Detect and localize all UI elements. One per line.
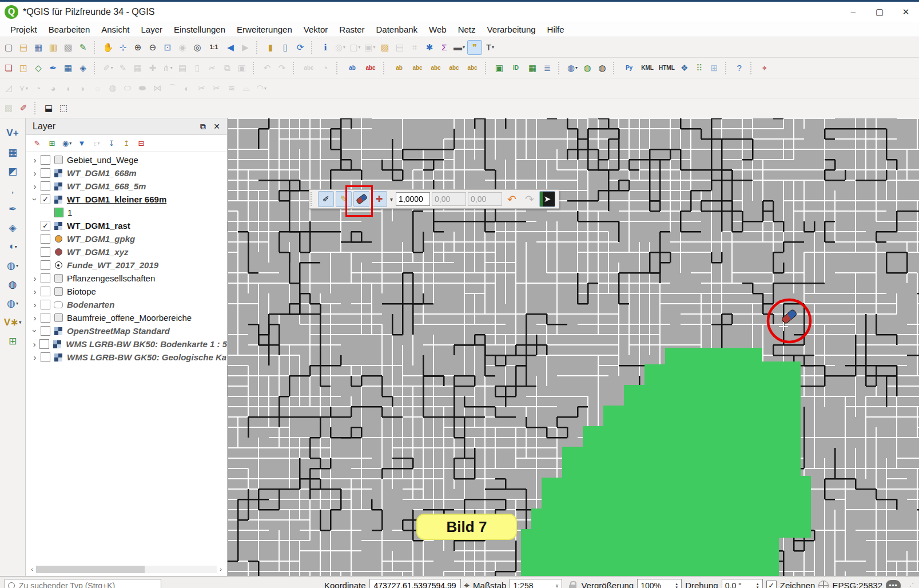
expander-icon[interactable]: › xyxy=(30,287,39,296)
menu-erweiterungen[interactable]: Erweiterungen xyxy=(231,23,298,36)
refresh-map-button[interactable]: ⟳ xyxy=(293,41,307,54)
delete-selected-button[interactable]: ▯ xyxy=(190,61,204,75)
db-style-plugin-button[interactable]: ▣ xyxy=(492,61,506,75)
zoom-native-resolution-button[interactable]: 1:1 xyxy=(205,41,222,54)
kml-tools-button[interactable]: KML xyxy=(639,61,656,75)
scroll-right-arrow[interactable]: › xyxy=(217,566,225,573)
locator-search[interactable] xyxy=(5,579,161,588)
expander-icon[interactable]: › xyxy=(30,168,39,178)
layer-visibility-checkbox[interactable] xyxy=(41,181,50,191)
show-spatial-bookmarks-button[interactable]: ▯ xyxy=(279,41,292,54)
add-mesh-layer-button[interactable]: ◩ xyxy=(6,164,19,178)
add-raster-layer-button[interactable]: ▦ xyxy=(6,145,19,159)
layer-label[interactable]: Funde_WT_2017_2019 xyxy=(67,260,158,270)
layer-tree-row[interactable]: Funde_WT_2017_2019 xyxy=(26,259,227,272)
panel-float-button[interactable]: ⧉ xyxy=(196,120,210,133)
new-virtual-layer-button[interactable]: ◈ xyxy=(76,61,90,75)
expander-icon[interactable]: › xyxy=(30,339,38,349)
expander-icon[interactable]: › xyxy=(30,352,39,362)
layer-label[interactable]: WT_DGM1_gpkg xyxy=(67,234,135,244)
add-vector-layer-button[interactable]: V+ xyxy=(4,126,21,140)
layer-visibility-checkbox[interactable] xyxy=(41,234,50,244)
layer-visibility-checkbox[interactable] xyxy=(41,247,50,257)
reshape-features-button[interactable]: ⌓ xyxy=(240,81,253,95)
zoom-to-layer-button[interactable]: ◎ xyxy=(190,41,204,54)
layer-tree-row[interactable]: 1 xyxy=(26,206,227,219)
layer-visibility-checkbox[interactable] xyxy=(41,287,50,296)
show-hide-labels-button[interactable]: ab xyxy=(391,61,408,75)
add-circular-string-button[interactable]: ⋎▾ xyxy=(17,81,30,95)
new-spatial-bookmark-button[interactable]: ▮ xyxy=(264,41,277,54)
layer-label[interactable]: Gebiet_und_Wege xyxy=(67,155,138,165)
rotate-feature-button[interactable]: ⬬ xyxy=(136,81,149,95)
scale-lock-icon[interactable] xyxy=(569,585,576,588)
extent-image-button[interactable]: ➤ xyxy=(539,191,555,207)
menu-hilfe[interactable]: Hilfe xyxy=(542,23,570,36)
expander-icon[interactable]: › xyxy=(30,327,40,336)
python-console-button[interactable]: Py xyxy=(620,61,638,75)
magnifier-spinbox[interactable]: 100%▲▼ xyxy=(637,579,682,588)
layer-visibility-checkbox[interactable] xyxy=(41,352,50,362)
dropdown-caret-icon[interactable]: ▾ xyxy=(343,45,345,50)
pan-to-selection-button[interactable]: ⊹ xyxy=(116,41,130,54)
deselect-features-button[interactable]: ▨ xyxy=(378,41,392,54)
dropdown-caret-icon[interactable]: ▾ xyxy=(69,141,71,146)
layer-tree-row[interactable]: ›Baumfreie_offene_Moorbereiche xyxy=(26,311,227,324)
layer-labeling-options-button[interactable]: abc xyxy=(300,61,317,75)
zoom-to-selection-button[interactable]: ◉ xyxy=(176,41,189,54)
band-dropdown-caret[interactable]: ▾ xyxy=(390,196,393,202)
menu-layer[interactable]: Layer xyxy=(135,23,168,36)
layout-manager-button[interactable]: ▧ xyxy=(61,41,75,54)
menu-web[interactable]: Web xyxy=(423,23,452,36)
delete-part-button[interactable]: ✂ xyxy=(210,81,224,95)
serval-map-plugin-button[interactable]: ▩ xyxy=(2,101,15,115)
remove-layer-button[interactable]: ⊟ xyxy=(135,137,148,149)
fill-ring-button[interactable]: ◐ xyxy=(180,81,194,95)
layer-tree-row[interactable]: ›Gebiet_und_Wege xyxy=(26,153,227,166)
search-input[interactable] xyxy=(18,581,158,588)
layer-visibility-checkbox[interactable]: ✓ xyxy=(41,194,50,204)
expander-icon[interactable]: › xyxy=(30,181,39,191)
modify-attributes-button[interactable]: ▤ xyxy=(176,61,189,75)
circle-3points-button[interactable]: ◕ xyxy=(46,81,60,95)
coordinate-input[interactable] xyxy=(373,581,457,588)
extent-tracking-icon[interactable]: ⌖ xyxy=(464,580,470,588)
add-ring-button[interactable]: ⌒ xyxy=(165,81,179,95)
style-manager-button[interactable]: ✎ xyxy=(76,41,90,54)
paste-features-button[interactable]: ▣ xyxy=(235,61,249,75)
pan-map-button[interactable]: ✋ xyxy=(101,41,115,54)
dropdown-caret-icon[interactable]: ▾ xyxy=(359,45,361,50)
layer-visibility-checkbox[interactable] xyxy=(39,339,49,349)
move-feature-button[interactable]: ⬭ xyxy=(121,81,134,95)
pin-labels-button[interactable]: ab xyxy=(344,61,361,75)
layer-tree-row[interactable]: WT_DGM1_xyz xyxy=(26,245,227,259)
rotation-spinbox[interactable]: 0,0 °▲▼ xyxy=(722,579,763,588)
layer-tree-row[interactable]: ›Bodenarten xyxy=(26,298,227,311)
circle-3tangents-button[interactable]: ◖ xyxy=(61,81,75,95)
layer-label[interactable]: WMS LGRB-BW GK50: Geologische Ka xyxy=(67,352,226,362)
minimize-button[interactable]: – xyxy=(840,2,866,22)
dropdown-caret-icon[interactable]: ▾ xyxy=(97,141,100,146)
image-export-plugin-button[interactable]: ▦ xyxy=(526,61,539,75)
advanced-digitizing-tools-button[interactable]: ◿ xyxy=(2,81,15,95)
layer-label[interactable]: Pflanzengesellschaften xyxy=(67,273,155,283)
statistical-summary-button[interactable]: Σ xyxy=(437,41,451,54)
processing-toolbox-button[interactable]: ✱ xyxy=(423,41,436,54)
menu-raster[interactable]: Raster xyxy=(333,23,370,36)
new-shapefile-layer-button[interactable]: ✒ xyxy=(46,61,60,75)
menu-bearbeiten[interactable]: Bearbeiten xyxy=(43,23,96,36)
dropdown-caret-icon[interactable]: ▾ xyxy=(463,45,465,50)
vertex-tool-button[interactable]: ⋔▾ xyxy=(161,61,174,75)
raster-paint-plugin-button[interactable]: ✐ xyxy=(17,101,30,115)
menu-netz[interactable]: Netz xyxy=(452,23,482,36)
scale-combobox[interactable]: 1:258∨ xyxy=(510,579,562,588)
render-checkbox[interactable]: ✓ xyxy=(766,581,777,588)
dropdown-caret-icon[interactable]: ▾ xyxy=(373,45,376,50)
copy-features-button[interactable]: ⧉ xyxy=(220,61,234,75)
layer-label[interactable]: Biotope xyxy=(67,287,96,296)
map-canvas-area[interactable]: ✐ ✎ ✚ ▾ ↶ ↷ ➤ Bild 7 xyxy=(228,118,919,576)
web-search-globe-button[interactable]: ◍ xyxy=(580,61,594,75)
layer-label[interactable]: WT_DGM1_rast xyxy=(67,221,130,231)
edit-label-button[interactable]: abc xyxy=(464,61,481,75)
table-grid-plugin-button[interactable]: ⊞ xyxy=(707,61,721,75)
